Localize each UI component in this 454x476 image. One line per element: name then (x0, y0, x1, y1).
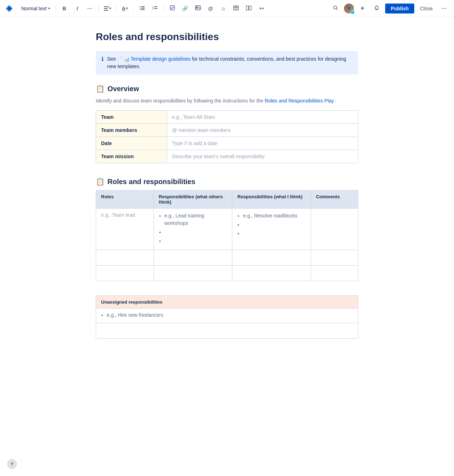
add-button[interactable]: + (357, 3, 368, 14)
table-row (96, 266, 358, 281)
emoji-button[interactable]: ☺ (218, 3, 229, 14)
comments-cell[interactable] (311, 209, 358, 250)
role-cell[interactable]: e.g., Team lead (96, 209, 154, 250)
team-mission-value[interactable]: Describe your team's overall responsibil… (167, 150, 358, 163)
svg-point-7 (140, 9, 140, 10)
date-label: Date (96, 137, 167, 150)
info-icon: ℹ (101, 56, 104, 62)
publish-button[interactable]: Publish (385, 4, 415, 13)
mine-cell-empty2[interactable] (232, 266, 311, 281)
italic-button[interactable]: I (72, 3, 83, 14)
mention-button[interactable]: @ (205, 3, 216, 14)
svg-rect-8 (141, 9, 145, 10)
unassigned-header-row: Unassigned responsibilities (96, 296, 358, 309)
svg-rect-6 (141, 8, 145, 9)
divider-3 (116, 5, 116, 12)
table-row: Team mission Describe your team's overal… (96, 150, 358, 163)
text-color-button[interactable]: A ▾ (119, 3, 131, 14)
comments-cell-empty[interactable] (311, 250, 358, 266)
mine-cell[interactable]: e.g., Resolve roadblocks (232, 209, 311, 250)
checkbox-icon (170, 5, 175, 11)
italic-icon: I (77, 6, 78, 11)
team-members-value[interactable]: @ mention team members (167, 124, 358, 137)
svg-rect-10 (154, 6, 157, 7)
overview-link[interactable]: Roles and Responsibilities Play (265, 98, 334, 104)
others-cell-empty[interactable] (154, 250, 232, 266)
logo (4, 4, 14, 13)
svg-point-5 (140, 7, 140, 8)
more-menu-icon: ··· (442, 6, 447, 11)
mine-cell-empty[interactable] (232, 250, 311, 266)
roles-table: Roles Responsibilities (what others thin… (96, 190, 358, 281)
role-cell-empty2[interactable] (96, 266, 154, 281)
table-row (96, 323, 358, 339)
svg-rect-4 (141, 6, 145, 7)
callout-link-icon2: 📊 (124, 57, 129, 62)
overview-description: Identify and discuss team responsibiliti… (96, 97, 358, 105)
comments-cell-empty2[interactable] (311, 266, 358, 281)
notification-button[interactable] (371, 3, 382, 14)
overview-heading: 📋 Overview (96, 84, 358, 93)
more-menu-button[interactable]: ··· (438, 3, 450, 14)
page-title: Roles and responsibilities (96, 31, 358, 43)
comments-col-header: Comments (311, 190, 358, 209)
link-icon: 🔗 (182, 6, 188, 11)
mine-list: e.g., Resolve roadblocks (237, 212, 306, 237)
divider-5 (164, 5, 164, 12)
table-row: Date Type // to add a date (96, 137, 358, 150)
unassigned-empty-cell[interactable] (96, 323, 358, 339)
unassigned-items-cell[interactable]: e.g., Hire new freelancers (96, 309, 358, 323)
svg-rect-0 (104, 6, 109, 7)
toolbar-right: 👤 T + Publish Close ··· (330, 3, 450, 14)
info-callout: ℹ See 📄 📊 Template design guidelines for… (96, 51, 358, 74)
image-icon (195, 5, 201, 11)
svg-rect-1 (104, 8, 107, 9)
more-formatting-button[interactable]: ··· (84, 3, 96, 14)
table-header-row: Roles Responsibilities (what others thin… (96, 190, 358, 209)
link-button[interactable]: 🔗 (179, 3, 191, 14)
svg-rect-12 (154, 8, 157, 9)
svg-rect-2 (104, 10, 108, 11)
columns-button[interactable] (243, 3, 255, 14)
roles-col-header: Roles (96, 190, 154, 209)
table-row: Team members @ mention team members (96, 124, 358, 137)
close-button[interactable]: Close (417, 4, 436, 13)
svg-point-22 (333, 6, 337, 9)
image-button[interactable] (192, 3, 204, 14)
bullet-list-button[interactable] (137, 3, 148, 14)
table-button[interactable] (231, 3, 242, 14)
svg-point-3 (140, 6, 140, 7)
svg-rect-16 (234, 6, 239, 10)
svg-text:2.: 2. (153, 7, 154, 10)
team-value[interactable]: e.g., Team All-Stars (167, 111, 358, 124)
table-row: e.g., Team lead e.g., Lead training work… (96, 209, 358, 250)
ordered-list-icon: 1. 2. (153, 6, 157, 11)
text-style-dropdown[interactable]: Normal text ▾ (18, 4, 53, 13)
date-value[interactable]: Type // to add a date (167, 137, 358, 150)
others-list: e.g., Lead training workshops (159, 212, 227, 245)
main-content: Roles and responsibilities ℹ See 📄 📊 Tem… (74, 17, 380, 367)
team-mission-label: Team mission (96, 150, 167, 163)
list-item (165, 237, 227, 245)
avatar: 👤 T (344, 4, 354, 13)
roles-icon: 📋 (96, 177, 105, 186)
search-button[interactable] (330, 3, 341, 14)
list-item (165, 228, 227, 236)
divider-1 (56, 5, 56, 12)
text-color-icon: A ▾ (122, 6, 128, 11)
overview-table: Team e.g., Team All-Stars Team members @… (96, 110, 358, 163)
bold-button[interactable]: B (59, 3, 70, 14)
align-icon: ▾ (104, 6, 111, 11)
table-row: e.g., Hire new freelancers (96, 309, 358, 323)
others-cell[interactable]: e.g., Lead training workshops (154, 209, 232, 250)
others-cell-empty2[interactable] (154, 266, 232, 281)
align-button[interactable]: ▾ (102, 3, 113, 14)
list-item: e.g., Lead training workshops (165, 212, 227, 227)
ordered-list-button[interactable]: 1. 2. (149, 3, 161, 14)
checkbox-button[interactable] (167, 3, 178, 14)
mine-col-header: Responsibilities (what I think) (232, 190, 311, 209)
role-cell-empty[interactable] (96, 250, 154, 266)
callout-link[interactable]: Template design guidelines (131, 56, 190, 62)
more-blocks-button[interactable]: +▾ (256, 3, 267, 14)
publish-label: Publish (391, 6, 409, 11)
